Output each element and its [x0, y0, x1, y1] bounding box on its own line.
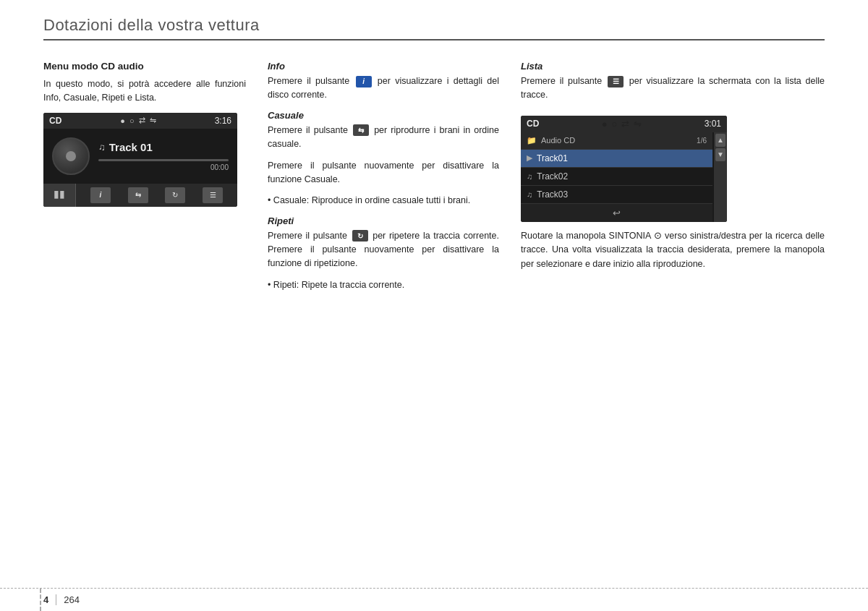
track1-play-icon: ▶: [527, 153, 532, 163]
track-row-2[interactable]: ♫ Track02: [521, 168, 712, 186]
casuale-bullet: • Casuale: Riproduce in ordine casuale t…: [268, 194, 499, 208]
info-button[interactable]: i: [90, 187, 111, 203]
cd-track-name: ♫ Track 01: [98, 141, 229, 153]
casuale-body2: Premere il pulsante nuovamente per disat…: [268, 159, 499, 187]
list-button[interactable]: ☰: [203, 187, 223, 203]
repeat-button[interactable]: ↻: [165, 187, 185, 203]
info-subtitle: Info: [268, 61, 499, 72]
cd-folder-row: 📁 Audio CD 1/6: [521, 132, 712, 150]
cd-list-back-row[interactable]: ↩: [521, 204, 712, 222]
page-footer: 4 264: [0, 588, 868, 611]
casuale-body1: Premere il pulsante ⇆ per riprodurre i b…: [268, 124, 499, 152]
lista-body: Premere il pulsante ☰ per visualizzare l…: [521, 74, 825, 103]
ripeti-text1: Premere il pulsante: [268, 231, 351, 241]
ripeti-subtitle: Ripeti: [268, 215, 499, 226]
cd-pause-button[interactable]: ▮▮: [43, 184, 76, 207]
ripeti-body1: Premere il pulsante ↻ per ripetere la tr…: [268, 229, 499, 271]
right-body: Ruotare la manopola SINTONIA ⊙ verso sin…: [521, 229, 825, 271]
folder-icon: 📁: [527, 136, 537, 145]
info-body: Premere il pulsante i per visualizzare i…: [268, 74, 499, 103]
shuffle-button[interactable]: ⇆: [128, 187, 148, 203]
cd-progress-bar: [98, 159, 229, 161]
cd-clock: 3:16: [215, 116, 231, 126]
track-count: 1/6: [697, 137, 707, 145]
info-inline-btn: i: [356, 76, 372, 87]
list-settings-icon: ○: [611, 119, 617, 129]
cd-disc-image: [52, 137, 90, 175]
footer-left-border: [40, 589, 41, 611]
cd-list-clock: 3:01: [705, 119, 721, 129]
track-row-1[interactable]: ▶ Track01: [521, 150, 712, 168]
page-title: Dotazioni della vostra vettura: [43, 16, 260, 34]
cd-list-label: CD: [527, 119, 539, 129]
cd-list-tracks: 📁 Audio CD 1/6 ▶ Track01 ♫ Track02: [521, 132, 712, 222]
settings-icon: ○: [129, 116, 135, 125]
track2-label: Track02: [537, 171, 707, 181]
shuffle-icon: ⇋: [150, 116, 156, 125]
track-label: Track 01: [109, 141, 153, 153]
cd-control-icons: i ⇆ ↻ ☰: [76, 184, 237, 207]
footer-chapter-number: 4: [43, 594, 56, 605]
casuale-inline-btn: ⇆: [353, 124, 369, 136]
cd-list-scrollbar[interactable]: ▲ ▼: [714, 132, 727, 222]
cd-list-screen: CD ● ○ ⇄ ⇋ 3:01 📁 Audio CD: [521, 116, 727, 222]
middle-column: Info Premere il pulsante i per visualizz…: [268, 61, 499, 299]
back-arrow-icon: ↩: [613, 208, 621, 218]
track-row-3[interactable]: ♫ Track03: [521, 186, 712, 204]
cd-track-info: ♫ Track 01 00:00: [98, 141, 229, 171]
track3-note-icon: ♫: [527, 190, 532, 199]
track3-label: Track03: [537, 189, 707, 200]
casuale-subtitle: Casuale: [268, 110, 499, 121]
left-column: Menu modo CD audio In questo modo, si po…: [43, 61, 246, 207]
cd-list-wrapper: 📁 Audio CD 1/6 ▶ Track01 ♫ Track02: [521, 132, 727, 222]
cd-status-icons: ● ○ ⇄ ⇋: [120, 116, 156, 125]
main-content: Menu modo CD audio In questo modo, si po…: [43, 61, 825, 299]
ripeti-bullet: • Ripeti: Ripete la traccia corrente.: [268, 278, 499, 292]
info-text-before: Premere il pulsante: [268, 76, 354, 86]
track2-note-icon: ♫: [527, 172, 532, 181]
list-bluetooth-icon: ●: [602, 119, 608, 129]
scroll-up-button[interactable]: ▲: [715, 134, 726, 147]
page-header: Dotazioni della vostra vettura: [43, 0, 825, 40]
cd-disc-hole: [66, 151, 76, 161]
list-shuffle-icon: ⇋: [634, 119, 642, 129]
lista-subtitle: Lista: [521, 61, 825, 72]
scroll-down-button[interactable]: ▼: [715, 148, 726, 161]
track1-label: Track01: [537, 153, 707, 163]
left-heading: Menu modo CD audio: [43, 61, 246, 72]
cd-player-screen: CD ● ○ ⇄ ⇋ 3:16 ♫: [43, 113, 237, 207]
casuale-text1: Premere il pulsante: [268, 125, 352, 135]
repeat-icon: ⇄: [139, 116, 145, 125]
left-body: In questo modo, si potrà accedere alle f…: [43, 77, 246, 106]
cd-label: CD: [49, 116, 61, 126]
lista-inline-btn: ☰: [608, 76, 624, 87]
folder-label: Audio CD: [541, 136, 692, 145]
cd-main-area: ♫ Track 01 00:00: [43, 129, 237, 184]
lista-text: Premere il pulsante: [521, 76, 606, 86]
music-note-icon: ♫: [98, 142, 106, 153]
right-column: Lista Premere il pulsante ☰ per visualiz…: [521, 61, 825, 271]
cd-elapsed-time: 00:00: [98, 163, 229, 171]
cd-controls-bar: ▮▮ i ⇆ ↻ ☰: [43, 184, 237, 207]
cd-list-top-bar: CD ● ○ ⇄ ⇋ 3:01: [521, 116, 727, 132]
footer-page-number: 264: [64, 594, 80, 605]
cd-list-status-icons: ● ○ ⇄ ⇋: [602, 119, 642, 129]
ripeti-inline-btn: ↻: [352, 230, 368, 242]
bluetooth-icon: ●: [120, 116, 125, 125]
cd-top-bar: CD ● ○ ⇄ ⇋ 3:16: [43, 113, 237, 129]
list-arrows-icon: ⇄: [621, 119, 629, 129]
